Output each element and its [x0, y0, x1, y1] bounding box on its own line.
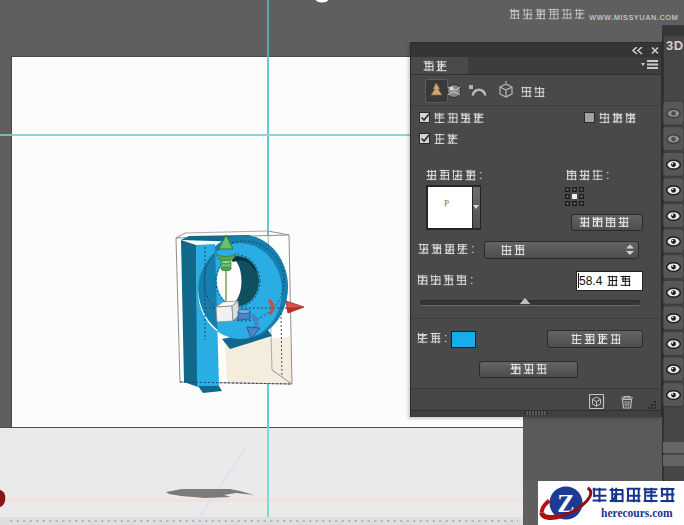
svg-text::: :	[606, 169, 609, 182]
svg-text::: :	[471, 243, 474, 256]
svg-text::: :	[470, 274, 473, 287]
svg-text::: :	[444, 332, 447, 345]
svg-text::: :	[479, 169, 482, 182]
